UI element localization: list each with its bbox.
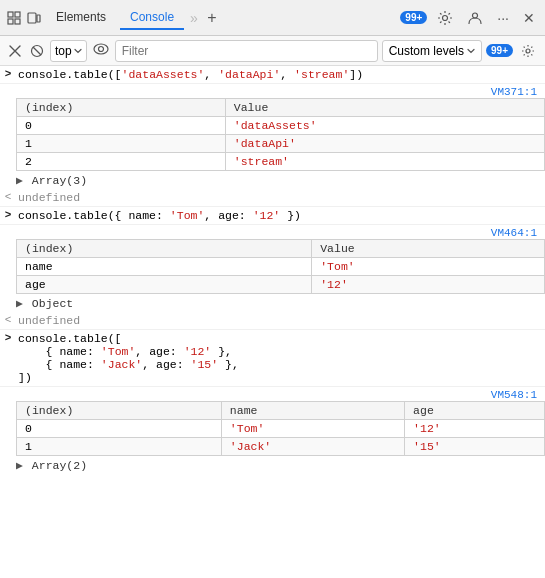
levels-label: Custom levels — [389, 44, 464, 58]
vm-link-1[interactable]: VM371:1 — [0, 84, 545, 98]
undefined-output-2: < undefined — [0, 312, 545, 330]
svg-point-10 — [94, 44, 108, 54]
console-settings-button[interactable] — [517, 40, 539, 62]
block-button[interactable] — [28, 42, 46, 60]
eye-button[interactable] — [91, 43, 111, 58]
array-footer-3[interactable]: ▶ Array(2) — [0, 456, 545, 474]
tab-console[interactable]: Console — [120, 6, 184, 30]
profile-button[interactable] — [463, 8, 487, 28]
more-options-button[interactable]: ··· — [493, 8, 513, 28]
table-output-1: VM371:1 (index) Value 0 'dataAssets' 1 — [0, 84, 545, 189]
tab-overflow[interactable]: » — [188, 10, 200, 26]
tab-elements[interactable]: Elements — [46, 6, 116, 30]
svg-rect-5 — [37, 15, 40, 22]
cell-index: 1 — [17, 438, 222, 456]
svg-point-7 — [473, 13, 478, 18]
vm-link-3[interactable]: VM548:1 — [0, 387, 545, 401]
cell-name: name — [17, 258, 312, 276]
undefined-text-1: undefined — [16, 190, 545, 205]
table-row: 2 'stream' — [17, 153, 545, 171]
col-value-2: Value — [312, 240, 545, 258]
expand-icon-1[interactable]: ▶ — [16, 174, 23, 187]
console-input-3: > console.table([ { name: 'Tom', age: '1… — [0, 330, 545, 387]
cell-value: '12' — [312, 276, 545, 294]
data-table-1: (index) Value 0 'dataAssets' 1 'dataApi'… — [16, 98, 545, 171]
cell-name: 'Jack' — [221, 438, 404, 456]
table-row: name 'Tom' — [17, 258, 545, 276]
device-icon[interactable] — [26, 10, 42, 26]
col-index-2: (index) — [17, 240, 312, 258]
col-age-3: age — [405, 402, 545, 420]
cell-age: age — [17, 276, 312, 294]
input-arrow-3: > — [0, 331, 16, 344]
col-index-3: (index) — [17, 402, 222, 420]
filter-input[interactable] — [115, 40, 378, 62]
col-index-1: (index) — [17, 99, 226, 117]
object-label: Object — [32, 297, 73, 310]
console-input-2: > console.table({ name: 'Tom', age: '12'… — [0, 207, 545, 225]
array-footer-1[interactable]: ▶ Array(3) — [0, 171, 545, 189]
expand-icon-3[interactable]: ▶ — [16, 459, 23, 472]
svg-rect-1 — [15, 12, 20, 17]
add-tab-icon[interactable]: + — [204, 10, 220, 26]
console-input-1: > console.table(['dataAssets', 'dataApi'… — [0, 66, 545, 84]
log-levels-button[interactable]: Custom levels — [382, 40, 482, 62]
cell-index: 1 — [17, 135, 226, 153]
vm-link-2[interactable]: VM464:1 — [0, 225, 545, 239]
table-row: 1 'Jack' '15' — [17, 438, 545, 456]
input-text-2: console.table({ name: 'Tom', age: '12' }… — [16, 208, 545, 223]
devtools-settings-button[interactable] — [433, 8, 457, 28]
table-output-3: VM548:1 (index) name age 0 'Tom' '12' — [0, 387, 545, 474]
input-arrow-2: > — [0, 208, 16, 221]
console-toolbar: top Custom levels 99+ — [0, 36, 545, 66]
cell-age: '12' — [405, 420, 545, 438]
array-label-3: Array(2) — [32, 459, 87, 472]
table-row: 0 'dataAssets' — [17, 117, 545, 135]
output-arrow-1: < — [0, 190, 16, 203]
svg-point-11 — [98, 47, 103, 52]
table-wrapper-3: (index) name age 0 'Tom' '12' 1 'Jack' '… — [0, 401, 545, 456]
svg-rect-4 — [28, 13, 36, 23]
input-text-3: console.table([ { name: 'Tom', age: '12'… — [16, 331, 545, 385]
cell-value: 'stream' — [225, 153, 544, 171]
svg-rect-2 — [8, 19, 13, 24]
expand-icon-2[interactable]: ▶ — [16, 297, 23, 310]
table-header-row-1: (index) Value — [17, 99, 545, 117]
inspect-icon[interactable] — [6, 10, 22, 26]
cell-value: 'dataApi' — [225, 135, 544, 153]
cell-index: 0 — [17, 117, 226, 135]
table-row: 1 'dataApi' — [17, 135, 545, 153]
input-text-1: console.table(['dataAssets', 'dataApi', … — [16, 67, 545, 82]
table-output-2: VM464:1 (index) Value name 'Tom' age — [0, 225, 545, 312]
data-table-2: (index) Value name 'Tom' age '12' — [16, 239, 545, 294]
table-header-row-2: (index) Value — [17, 240, 545, 258]
context-selector[interactable]: top — [50, 40, 87, 62]
vm464-link[interactable]: VM464:1 — [491, 227, 537, 239]
tab-bar: Elements Console » + 99+ ··· ✕ — [0, 0, 545, 36]
close-devtools-button[interactable]: ✕ — [519, 8, 539, 28]
col-value-1: Value — [225, 99, 544, 117]
console-output: > console.table(['dataAssets', 'dataApi'… — [0, 66, 545, 578]
array-footer-2[interactable]: ▶ Object — [0, 294, 545, 312]
input-arrow-1: > — [0, 67, 16, 80]
svg-point-12 — [526, 49, 530, 53]
vm548-link[interactable]: VM548:1 — [491, 389, 537, 401]
output-arrow-2: < — [0, 313, 16, 326]
svg-line-9 — [33, 47, 41, 55]
topbar-right: 99+ ··· ✕ — [400, 8, 539, 28]
vm371-link[interactable]: VM371:1 — [491, 86, 537, 98]
data-table-3: (index) name age 0 'Tom' '12' 1 'Jack' '… — [16, 401, 545, 456]
cell-age: '15' — [405, 438, 545, 456]
undefined-text-2: undefined — [16, 313, 545, 328]
array-label-1: Array(3) — [32, 174, 87, 187]
table-wrapper-1: (index) Value 0 'dataAssets' 1 'dataApi'… — [0, 98, 545, 171]
clear-console-button[interactable] — [6, 42, 24, 60]
svg-point-6 — [443, 15, 448, 20]
col-name-3: name — [221, 402, 404, 420]
table-row: age '12' — [17, 276, 545, 294]
notification-badge: 99+ — [400, 11, 427, 24]
table-row: 0 'Tom' '12' — [17, 420, 545, 438]
table-header-row-3: (index) name age — [17, 402, 545, 420]
table-wrapper-2: (index) Value name 'Tom' age '12' — [0, 239, 545, 294]
svg-rect-0 — [8, 12, 13, 17]
